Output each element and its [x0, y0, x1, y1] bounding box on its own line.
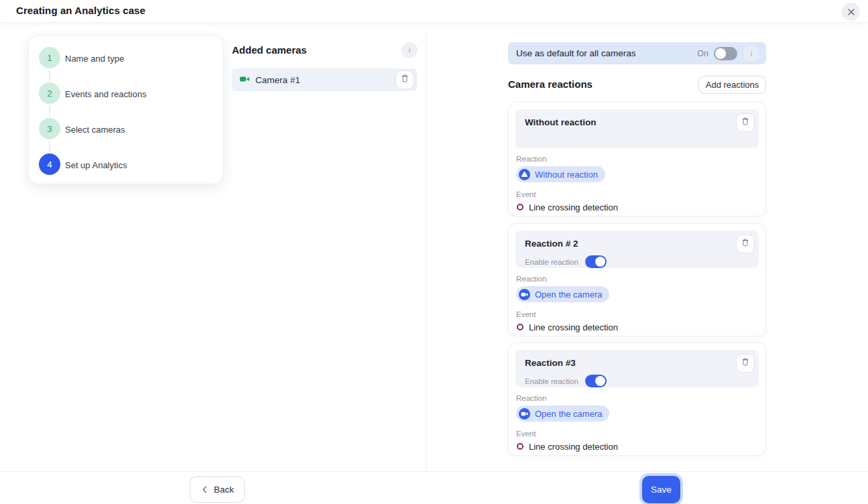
event-item: Line crossing detection	[517, 322, 759, 332]
footer-divider	[0, 471, 868, 472]
step-connector	[49, 70, 50, 81]
reaction-card-title: Reaction #3	[525, 358, 752, 368]
event-ring-icon	[517, 324, 523, 330]
vertical-divider	[426, 32, 426, 471]
added-cameras-title: Added cameras	[232, 44, 307, 56]
step-2-number: 2	[47, 88, 52, 99]
trash-icon	[400, 74, 410, 86]
enable-reaction-row: Enable reaction	[525, 255, 752, 268]
reaction-card-header: Without reaction	[515, 109, 759, 148]
reaction-field-label: Reaction	[516, 155, 759, 163]
step-3-label[interactable]: Select cameras	[65, 125, 125, 135]
step-4-label[interactable]: Set up Analytics	[65, 161, 127, 170]
open-camera-icon	[519, 289, 530, 300]
event-ring-icon	[517, 204, 523, 210]
step-4-circle[interactable]: 4	[39, 153, 60, 175]
enable-reaction-label: Enable reaction	[525, 258, 578, 266]
event-name: Line crossing detection	[529, 442, 618, 452]
toggle-knob	[595, 376, 605, 386]
reaction-field-label: Reaction	[516, 275, 759, 283]
trash-icon	[741, 238, 750, 250]
reaction-card: Reaction # 2 Enable reaction Reaction Op…	[508, 223, 766, 336]
event-field-label: Event	[516, 190, 759, 198]
default-for-all-cameras-bar: Use as default for all cameras On i	[508, 42, 766, 64]
reaction-card: Reaction #3 Enable reaction Reaction Ope…	[508, 342, 766, 456]
step-1-label[interactable]: Name and type	[65, 54, 124, 64]
page-title: Creating an Analytics case	[16, 5, 145, 16]
reaction-card: Without reaction Reaction Without reacti…	[508, 102, 766, 216]
default-toggle-info-icon[interactable]: i	[743, 46, 759, 62]
event-item: Line crossing detection	[517, 202, 759, 212]
step-connector	[49, 105, 50, 117]
camera-list-item: Camera #1	[232, 68, 417, 91]
reaction-chip-label: Open the camera	[535, 290, 602, 300]
add-reactions-button[interactable]: Add reactions	[698, 76, 766, 94]
chevron-left-icon	[200, 485, 209, 494]
enable-reaction-row: Enable reaction	[525, 375, 752, 387]
delete-camera-button[interactable]	[395, 70, 414, 89]
save-button[interactable]: Save	[642, 476, 680, 503]
camera-icon	[239, 74, 250, 86]
reaction-chip[interactable]: Without reaction	[516, 166, 605, 182]
enable-reaction-label: Enable reaction	[525, 377, 578, 385]
back-button-label: Back	[214, 485, 234, 495]
reaction-card-header: Reaction #3 Enable reaction	[515, 350, 759, 387]
reaction-card-header: Reaction # 2 Enable reaction	[515, 231, 759, 268]
toggle-knob	[715, 48, 726, 59]
reaction-chip[interactable]: Open the camera	[516, 286, 609, 302]
step-connector	[49, 141, 50, 152]
event-name: Line crossing detection	[529, 202, 618, 212]
step-1-number: 1	[47, 53, 52, 63]
open-camera-icon	[519, 408, 530, 420]
trash-icon	[741, 117, 750, 129]
close-icon	[847, 8, 855, 16]
default-toggle-switch[interactable]	[714, 47, 737, 60]
added-cameras-info-icon[interactable]: i	[401, 42, 418, 58]
toggle-state-label: On	[697, 49, 708, 58]
trash-icon	[741, 357, 750, 369]
enable-reaction-toggle[interactable]	[585, 255, 607, 268]
back-button[interactable]: Back	[190, 477, 245, 503]
reaction-chip-label: Open the camera	[535, 409, 602, 419]
no-reaction-icon	[519, 169, 530, 180]
step-4-number: 4	[47, 160, 52, 170]
step-3-circle[interactable]: 3	[39, 118, 60, 139]
reaction-chip-label: Without reaction	[535, 170, 598, 180]
event-field-label: Event	[516, 430, 759, 438]
toggle-knob	[595, 257, 605, 267]
event-item: Line crossing detection	[517, 442, 759, 452]
step-3-number: 3	[47, 124, 52, 134]
step-1-circle[interactable]: 1	[39, 47, 60, 68]
creating-analytics-case-dialog: Creating an Analytics case 1 Name and ty…	[0, 0, 868, 504]
step-2-circle[interactable]: 2	[39, 82, 60, 104]
wizard-stepper: 1 Name and type 2 Events and reactions 3…	[28, 35, 223, 184]
event-ring-icon	[517, 443, 523, 450]
reaction-field-label: Reaction	[516, 394, 759, 402]
delete-reaction-button[interactable]	[736, 235, 755, 253]
delete-reaction-button[interactable]	[736, 354, 755, 373]
camera-name: Camera #1	[255, 75, 395, 85]
enable-reaction-toggle[interactable]	[585, 375, 607, 387]
close-button[interactable]	[842, 3, 860, 21]
camera-reactions-title: Camera reactions	[508, 78, 593, 90]
reaction-card-title: Reaction # 2	[525, 239, 752, 249]
event-field-label: Event	[516, 310, 759, 318]
default-toggle-label: Use as default for all cameras	[516, 48, 697, 58]
reaction-chip[interactable]: Open the camera	[516, 405, 609, 422]
reaction-card-title: Without reaction	[525, 117, 752, 127]
event-name: Line crossing detection	[529, 322, 618, 332]
step-2-label[interactable]: Events and reactions	[65, 90, 146, 99]
dialog-titlebar: Creating an Analytics case	[0, 0, 868, 23]
delete-reaction-button[interactable]	[736, 113, 755, 132]
